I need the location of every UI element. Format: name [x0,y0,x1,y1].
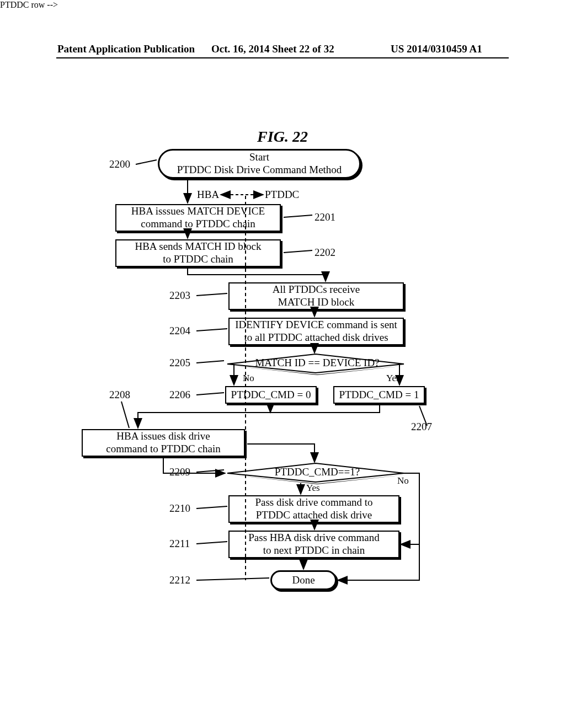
s2202-l1: HBA sends MATCH ID block [135,240,261,252]
ref-2200: 2200 [109,158,130,170]
s2208-l1: HBA issues disk drive [116,430,210,442]
header-right: US 2014/0310459 A1 [391,43,482,55]
svg-line-19 [196,329,227,331]
header-rule [56,57,509,58]
terminator-start: Start PTDDC Disk Drive Command Method [158,149,361,179]
ref-2207: 2207 [411,421,432,433]
ref-2206: 2206 [169,389,190,401]
branch-no-2205: No [243,373,254,384]
s2204-l2: to all PTDDC attached disk drives [244,331,388,343]
d2205-text: MATCH ID == DEVICE ID? [243,357,392,369]
svg-line-22 [121,402,129,428]
s2206-text: PTDDC_CMD = 0 [231,389,311,402]
step-2206: PTDDC_CMD = 0 [225,386,317,404]
ref-2210: 2210 [169,502,190,515]
step-2201: HBA isssues MATCH DEVICE command to PTDD… [115,204,281,232]
svg-line-17 [284,250,312,253]
step-2208: HBA issues disk drive command to PTDDC c… [82,429,245,457]
ref-2211: 2211 [169,538,190,550]
ref-2202: 2202 [315,247,335,259]
svg-line-15 [136,160,157,164]
svg-line-25 [196,506,227,508]
branch-no-2209: No [397,475,409,486]
step-2203: All PTDDCs receive MATCH ID block [228,282,404,310]
branch-yes-2209: Yes [306,483,320,494]
lane-label-hba: HBA [197,189,219,201]
s2210-l1: Pass disk drive command to [255,496,372,508]
s2201-l1: HBA isssues MATCH DEVICE [131,205,265,217]
svg-line-27 [196,578,269,580]
svg-line-16 [284,215,312,217]
ref-2201: 2201 [315,211,335,223]
s2204-l1: IDENTIFY DEVICE command is sent [235,319,397,330]
ref-2212: 2212 [169,574,190,586]
s2201-l2: command to PTDDC chain [141,218,255,229]
ref-2209: 2209 [169,466,190,478]
s2203-l2: MATCH ID block [278,296,354,308]
step-2204: IDENTIFY DEVICE command is sent to all P… [228,318,404,345]
svg-line-18 [196,293,227,296]
terminator-done: Done [270,570,337,590]
figure-title: FIG. 22 [0,128,565,146]
header-left: Patent Application Publication [57,43,195,55]
step-2211: Pass HBA disk drive command to next PTDD… [228,531,399,558]
lane-label-ptddc: PTDDC [265,189,299,201]
s2208-l2: command to PTDDC chain [106,443,220,454]
ref-2205: 2205 [169,357,190,369]
svg-line-20 [196,361,224,363]
done-text: Done [292,574,315,587]
s2203-l1: All PTDDCs receive [273,283,360,295]
s2211-l2: to next PTDDC in chain [263,544,365,556]
ref-2204: 2204 [169,325,190,337]
step-2210: Pass disk drive command to PTDDC attache… [228,495,399,523]
d2209-text: PTDDC_CMD==1? [259,466,375,478]
header-mid: Oct. 16, 2014 Sheet 22 of 32 [211,43,334,55]
s2207-text: PTDDC_CMD = 1 [339,389,419,402]
branch-yes-2205: Yes [386,373,400,384]
svg-line-24 [196,470,224,472]
ref-2208: 2208 [109,389,130,401]
svg-line-26 [196,542,227,544]
s2210-l2: PTDDC attached disk drive [256,509,372,521]
s2202-l2: to PTDDC chain [163,253,233,265]
s2211-l1: Pass HBA disk drive command [248,532,380,543]
step-2202: HBA sends MATCH ID block to PTDDC chain [115,239,281,267]
start-line1: Start [249,151,269,163]
svg-line-21 [196,393,224,395]
start-line2: PTDDC Disk Drive Command Method [177,164,342,175]
ref-2203: 2203 [169,290,190,302]
step-2207: PTDDC_CMD = 1 [333,386,425,404]
